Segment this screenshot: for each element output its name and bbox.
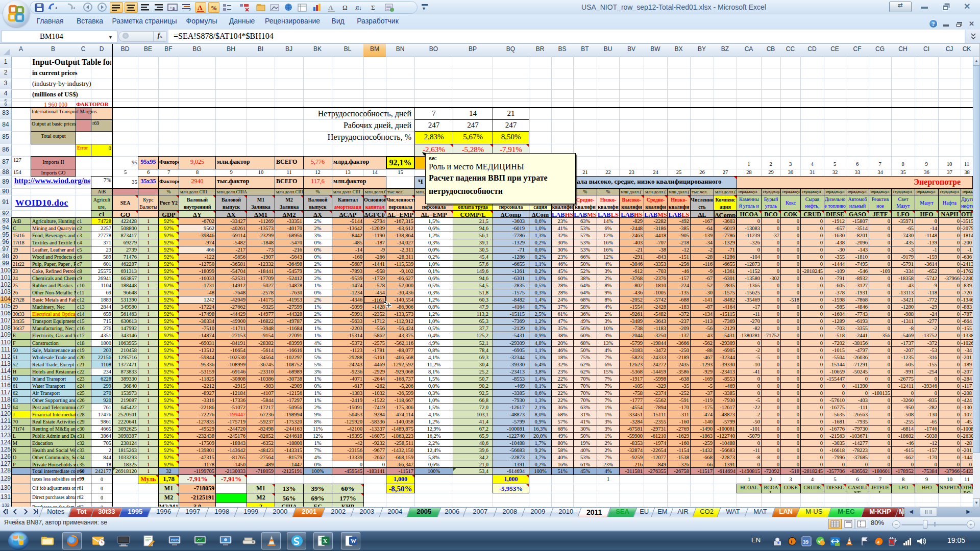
svg-text:DVD: DVD (171, 538, 179, 542)
svg-text:A: A (198, 4, 203, 11)
svg-text:+a: +a (169, 5, 175, 11)
svg-text:W: W (351, 538, 356, 544)
svg-text:%: % (211, 5, 217, 12)
svg-text:Σ: Σ (371, 4, 375, 11)
svg-text:X: X (323, 538, 327, 544)
svg-text:a: a (877, 539, 879, 544)
svg-text:Я↓: Я↓ (355, 5, 362, 11)
svg-text:A: A (328, 4, 333, 11)
svg-text:Ω: Ω (342, 4, 348, 11)
svg-text:i: i (791, 539, 793, 544)
svg-text:39: 39 (803, 539, 809, 545)
